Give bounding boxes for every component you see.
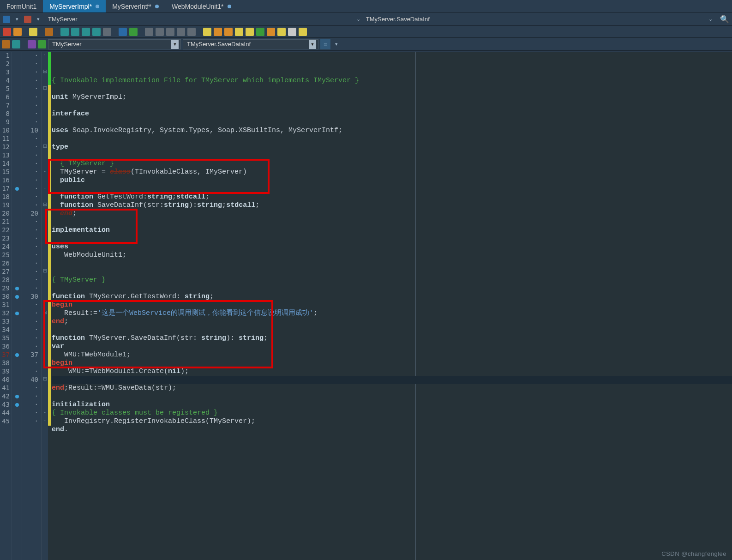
chevron-down-icon[interactable]: ⌄ <box>356 16 360 22</box>
toolbar-button[interactable] <box>166 28 174 36</box>
toolbar-button[interactable] <box>214 28 222 36</box>
toolbar-button[interactable] <box>246 28 254 36</box>
chevron-down-icon[interactable]: ▼ <box>171 40 179 49</box>
save-all-icon[interactable] <box>71 28 79 36</box>
tens-column: ·········10·········20·········30······3… <box>22 52 42 560</box>
navigator-bar: ▾ ▾ TMyServer ⌄ TMyServer.SaveDataInf ⌄ … <box>0 13 732 26</box>
tab-myserverintf[interactable]: MyServerIntf* <box>106 0 165 12</box>
new-file-icon[interactable] <box>29 28 37 36</box>
window-icon[interactable] <box>3 16 10 23</box>
dirty-dot-icon <box>228 5 231 8</box>
chevron-down-icon[interactable]: ▾ <box>16 16 18 22</box>
watermark: CSDN @changfenglee <box>661 550 726 557</box>
chevron-down-icon[interactable]: ▾ <box>335 41 338 47</box>
file-tabs: FormUnit1 MyServerImpl* MyServerIntf* We… <box>0 0 732 13</box>
line-number-gutter: 1234567891011121314151617181920212223242… <box>0 52 12 560</box>
tab-label: WebModuleUnit1* <box>172 3 224 10</box>
combo-value: TMyServer.SaveDataInf <box>187 41 251 48</box>
toolbar-button[interactable] <box>267 28 275 36</box>
toolbar-button[interactable] <box>203 28 211 36</box>
stop-icon[interactable] <box>145 28 153 36</box>
toolbar-button[interactable] <box>187 28 196 36</box>
class-method-selector-row: TMyServer ▼ TMyServer.SaveDataInf ▼ ≡ ▾ <box>0 38 732 51</box>
tab-label: MyServerIntf* <box>112 3 151 10</box>
save-icon[interactable] <box>60 28 69 36</box>
combo-value: TMyServer <box>52 41 82 48</box>
toolbar <box>0 26 732 38</box>
class-combo[interactable]: TMyServer ▼ <box>48 39 181 49</box>
run-icon[interactable] <box>129 28 138 36</box>
help-icon[interactable] <box>288 28 296 36</box>
open-folder-icon[interactable] <box>45 28 53 36</box>
mini-button[interactable] <box>2 40 10 48</box>
code-editor[interactable]: 1234567891011121314151617181920212223242… <box>0 52 732 560</box>
toolbar-button[interactable] <box>13 28 22 36</box>
search-icon[interactable]: 🔍 <box>720 15 729 24</box>
toolbar-button[interactable] <box>3 28 11 36</box>
dirty-dot-icon <box>155 5 159 8</box>
gear-icon[interactable] <box>277 28 286 36</box>
mini-button[interactable] <box>12 40 20 48</box>
tab-label: FormUnit1 <box>6 3 36 10</box>
tab-formunit1[interactable]: FormUnit1 <box>0 0 43 12</box>
mini-button[interactable] <box>38 40 46 48</box>
toolbar-button[interactable] <box>224 28 233 36</box>
nav-method-name: TMyServer.SaveDataInf <box>366 16 430 23</box>
code-area[interactable]: { Invokable implementation File for TMyS… <box>51 52 732 560</box>
fold-column[interactable]: ·⊟⊟⊟--⊟⊟⊟⊟-- <box>42 52 48 560</box>
gear-icon[interactable] <box>103 28 111 36</box>
chevron-down-icon[interactable]: ⌄ <box>708 16 713 22</box>
toolbar-button[interactable] <box>119 28 127 36</box>
tab-label: MyServerImpl* <box>49 3 92 10</box>
tab-webmoduleunit1[interactable]: WebModuleUnit1* <box>165 0 238 12</box>
toggle-button[interactable]: ≡ <box>320 39 330 49</box>
toolbar-button[interactable] <box>156 28 164 36</box>
toolbar-button[interactable] <box>235 28 243 36</box>
dirty-dot-icon <box>96 5 99 8</box>
toolbar-button[interactable] <box>92 28 101 36</box>
print-icon[interactable] <box>24 16 31 23</box>
toolbar-button[interactable] <box>256 28 264 36</box>
mini-button[interactable] <box>28 40 36 48</box>
toolbar-button[interactable] <box>82 28 90 36</box>
info-icon[interactable] <box>299 28 307 36</box>
toolbar-button[interactable] <box>177 28 185 36</box>
method-combo[interactable]: TMyServer.SaveDataInf ▼ <box>183 39 318 49</box>
nav-class-name: TMyServer <box>48 16 78 23</box>
chevron-down-icon[interactable]: ▾ <box>37 16 40 22</box>
tab-myserverimpl[interactable]: MyServerImpl* <box>43 0 106 12</box>
breakpoint-column[interactable] <box>12 52 22 560</box>
chevron-down-icon[interactable]: ▼ <box>309 40 316 49</box>
